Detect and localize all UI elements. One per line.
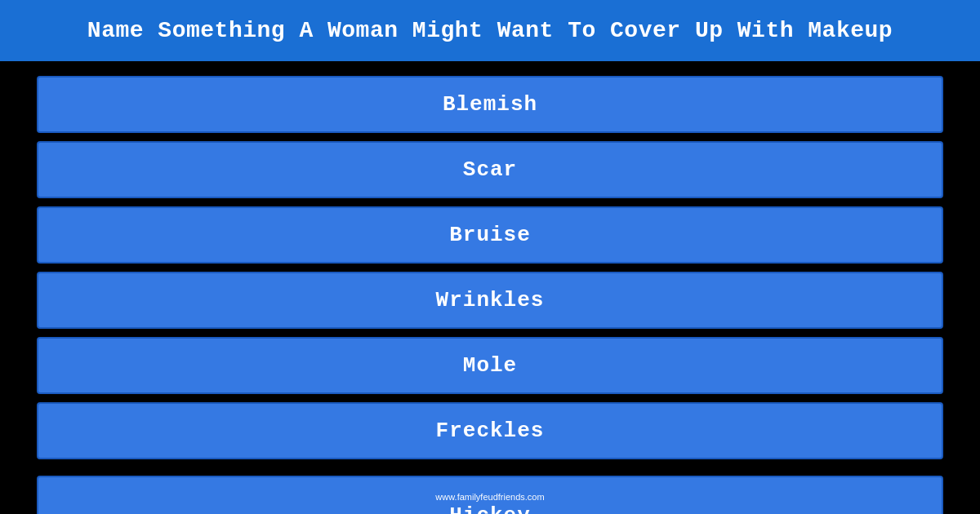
answer-text-1: Blemish <box>443 92 537 117</box>
header: Name Something A Woman Might Want To Cov… <box>0 0 980 61</box>
answer-text-7: Hickey <box>449 503 531 514</box>
header-title: Name Something A Woman Might Want To Cov… <box>87 18 893 43</box>
answer-text-4: Wrinkles <box>436 288 545 312</box>
answer-row-5[interactable]: Mole <box>37 337 943 394</box>
answer-text-5: Mole <box>463 353 517 378</box>
answer-row-1[interactable]: Blemish <box>37 76 943 133</box>
answer-row-6[interactable]: Freckles <box>37 402 943 459</box>
answer-row-3[interactable]: Bruise <box>37 206 943 264</box>
last-answer-container: www.familyfeudfriends.com Hickey <box>0 467 980 514</box>
answer-text-6: Freckles <box>436 419 545 443</box>
answer-text-2: Scar <box>463 157 517 182</box>
answers-container: Blemish Scar Bruise Wrinkles Mole Freckl… <box>0 68 980 467</box>
divider <box>0 61 980 68</box>
answer-row-2[interactable]: Scar <box>37 141 943 198</box>
answer-row-4[interactable]: Wrinkles <box>37 272 943 329</box>
answer-row-7[interactable]: www.familyfeudfriends.com Hickey <box>37 476 943 514</box>
footer-url-overlay: www.familyfeudfriends.com <box>55 492 925 502</box>
answer-text-3: Bruise <box>449 223 531 247</box>
